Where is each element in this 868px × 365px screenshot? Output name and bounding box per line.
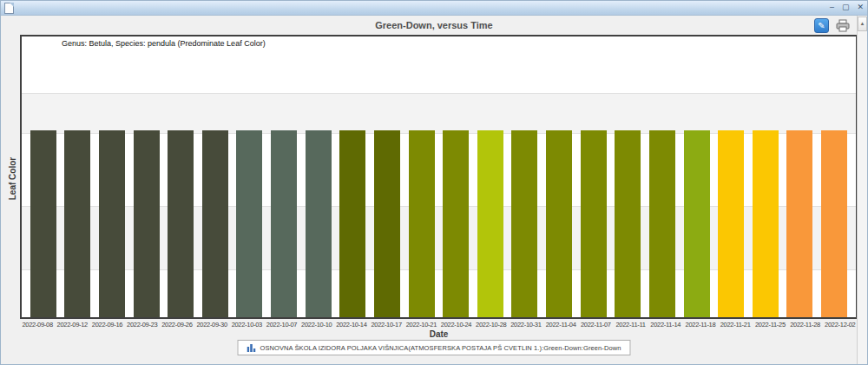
bar[interactable] — [409, 130, 435, 317]
window-titlebar: – ▢ ✕ — [1, 1, 867, 16]
bar[interactable] — [168, 130, 194, 317]
edit-button[interactable]: ✎ — [814, 18, 829, 33]
x-tick-label: 2022-12-02 — [823, 321, 858, 328]
x-tick-label: 2022-10-28 — [474, 321, 509, 328]
x-tick-label: 2022-10-24 — [438, 321, 473, 328]
bar[interactable] — [649, 130, 675, 317]
minimize-button[interactable]: – — [830, 2, 834, 12]
chart-page: Green-Down, versus Time ✎ Genus: Betula,… — [1, 16, 867, 364]
bar[interactable] — [511, 130, 537, 317]
x-axis-ticks: 2022-09-082022-09-122022-09-162022-09-23… — [20, 321, 858, 328]
bars — [22, 130, 856, 317]
legend-label: OSNOVNA ŠKOLA IZIDORA POLJAKA VIŠNJICA(A… — [260, 344, 621, 352]
x-tick-label: 2022-10-07 — [264, 321, 299, 328]
chart-series-icon — [247, 343, 255, 352]
bar[interactable] — [271, 130, 297, 317]
bar[interactable] — [306, 130, 332, 317]
bar[interactable] — [236, 130, 262, 317]
x-tick-label: 2022-11-07 — [578, 321, 613, 328]
x-tick-label: 2022-10-31 — [509, 321, 543, 328]
x-tick-label: 2022-11-18 — [683, 321, 718, 328]
x-tick-label: 2022-11-25 — [753, 321, 787, 328]
bar[interactable] — [134, 130, 160, 317]
bar[interactable] — [684, 130, 710, 317]
print-button[interactable] — [836, 19, 850, 32]
bar[interactable] — [753, 130, 779, 317]
close-button[interactable]: ✕ — [857, 2, 864, 12]
bar[interactable] — [477, 130, 503, 317]
bar[interactable] — [718, 130, 744, 317]
x-tick-label: 2022-11-21 — [718, 321, 753, 328]
x-tick-label: 2022-10-14 — [334, 321, 369, 328]
x-tick-label: 2022-10-10 — [299, 321, 334, 328]
species-annotation: Genus: Betula, Species: pendula (Predomi… — [62, 39, 266, 48]
printer-icon — [836, 19, 850, 32]
x-tick-label: 2022-09-08 — [20, 321, 55, 328]
x-tick-label: 2022-11-14 — [648, 321, 683, 328]
pencil-icon: ✎ — [818, 21, 825, 30]
document-icon — [4, 3, 14, 14]
x-tick-label: 2022-09-30 — [194, 321, 229, 328]
restore-button[interactable]: ▢ — [842, 2, 850, 12]
x-tick-label: 2022-09-12 — [55, 321, 89, 328]
legend[interactable]: OSNOVNA ŠKOLA IZIDORA POLJAKA VIŠNJICA(A… — [237, 340, 630, 355]
window-controls: – ▢ ✕ — [830, 2, 864, 12]
bar[interactable] — [30, 130, 56, 317]
chart-title: Green-Down, versus Time — [1, 20, 867, 30]
bar[interactable] — [546, 130, 572, 317]
bar[interactable] — [339, 130, 365, 317]
x-tick-label: 2022-09-23 — [125, 321, 160, 328]
bar[interactable] — [615, 130, 641, 317]
bar[interactable] — [581, 130, 607, 317]
bar[interactable] — [786, 130, 812, 317]
x-axis-label: Date — [20, 329, 858, 339]
plot-area: Genus: Betula, Species: pendula (Predomi… — [20, 35, 858, 319]
scroll-up-button[interactable]: ▲ — [858, 17, 867, 31]
x-tick-label: 2022-10-03 — [229, 321, 264, 328]
app-window: – ▢ ✕ Green-Down, versus Time ✎ Genus: B… — [0, 0, 868, 365]
x-tick-label: 2022-11-04 — [543, 321, 578, 328]
vertical-scrollbar[interactable]: ▲ — [857, 16, 867, 364]
bar[interactable] — [202, 130, 228, 317]
bar[interactable] — [443, 130, 469, 317]
y-axis-label: Leaf Color — [8, 140, 17, 218]
bar[interactable] — [374, 130, 400, 317]
bar[interactable] — [64, 130, 90, 317]
plot-band — [22, 93, 856, 134]
x-tick-label: 2022-09-26 — [160, 321, 194, 328]
x-tick-label: 2022-10-17 — [369, 321, 404, 328]
bar[interactable] — [99, 130, 125, 317]
x-tick-label: 2022-09-16 — [89, 321, 124, 328]
bar[interactable] — [821, 130, 847, 317]
x-tick-label: 2022-11-11 — [613, 321, 648, 328]
x-tick-label: 2022-11-28 — [787, 321, 822, 328]
x-tick-label: 2022-10-21 — [404, 321, 438, 328]
